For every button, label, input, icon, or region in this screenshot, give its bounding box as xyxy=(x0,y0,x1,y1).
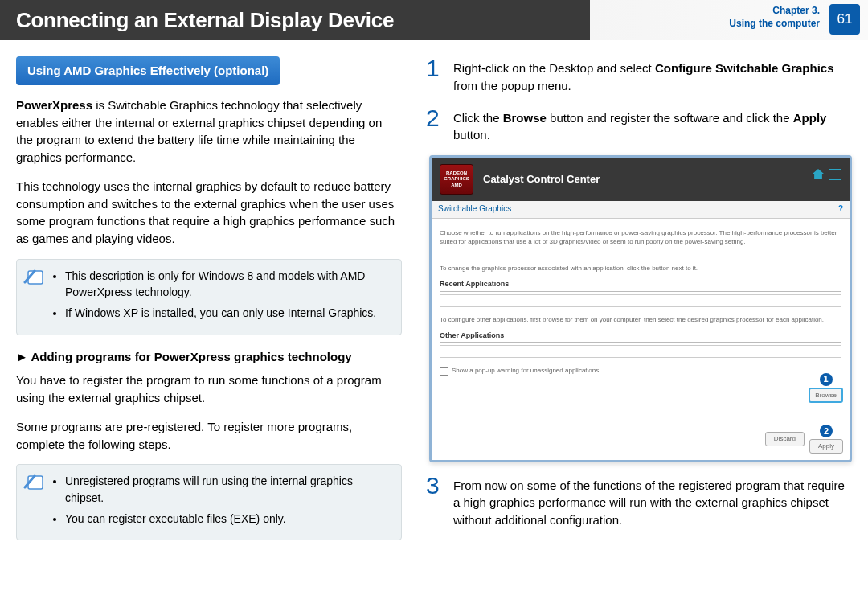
paragraph-1: PowerXpress is Switchable Graphics techn… xyxy=(16,97,402,166)
note2-item1: Unregistered programs will run using the… xyxy=(65,473,391,506)
ccc-desc-2: To change the graphics processor associa… xyxy=(440,264,841,273)
paragraph-3: You have to register the program to run … xyxy=(16,372,402,407)
amd-radeon-logo: RADEON GRAPHICS AMD xyxy=(440,164,473,195)
step-3: 3 From now on some of the functions of t… xyxy=(426,474,852,529)
chapter-line1: Chapter 3. xyxy=(729,5,820,18)
callout-1: 1 xyxy=(820,373,833,386)
step-number-2: 2 xyxy=(426,106,444,145)
paragraph-2: This technology uses the internal graphi… xyxy=(16,178,402,248)
paragraph-4: Some programs are pre-registered. To reg… xyxy=(16,418,402,454)
step-2-text: Click the Browse button and register the… xyxy=(453,106,852,145)
ccc-desc-1: Choose whether to run applications on th… xyxy=(440,228,841,246)
other-apps-list[interactable] xyxy=(440,345,841,358)
step-3-text: From now on some of the functions of the… xyxy=(453,474,852,529)
tab-switchable-graphics[interactable]: Switchable Graphics xyxy=(438,203,511,216)
browse-button[interactable]: Browse xyxy=(809,388,843,403)
apply-button[interactable]: Apply xyxy=(809,439,843,453)
popup-warning-checkbox[interactable] xyxy=(440,367,448,376)
other-apps-label: Other Applications xyxy=(440,331,841,343)
step-1: 1 Right-click on the Desktop and select … xyxy=(426,56,852,95)
grid-icon[interactable] xyxy=(829,169,841,180)
step-1-text: Right-click on the Desktop and select Co… xyxy=(453,56,852,95)
ccc-header: RADEON GRAPHICS AMD Catalyst Control Cen… xyxy=(432,158,850,201)
page-header: Connecting an External Display Device Ch… xyxy=(0,0,868,40)
discard-button[interactable]: Discard xyxy=(765,432,805,446)
note-box-1: This description is only for Windows 8 a… xyxy=(16,259,402,335)
page-number: 61 xyxy=(829,4,860,35)
note2-item2: You can register executable files (EXE) … xyxy=(65,511,391,527)
powerxpress-term: PowerXpress xyxy=(16,98,92,112)
help-icon[interactable]: ? xyxy=(838,203,843,216)
note-icon xyxy=(23,266,46,287)
ccc-footer: Discard 2 Apply xyxy=(765,425,843,453)
catalyst-screenshot: RADEON GRAPHICS AMD Catalyst Control Cen… xyxy=(429,155,852,462)
step-number-3: 3 xyxy=(426,474,444,529)
home-icon[interactable] xyxy=(813,169,824,179)
sub-heading: ► Adding programs for PowerXpress graphi… xyxy=(16,348,402,366)
browse-callout-group: 1 Browse xyxy=(809,373,843,403)
note1-item1: This description is only for Windows 8 a… xyxy=(65,268,391,301)
step-number-1: 1 xyxy=(426,56,444,95)
left-column: Using AMD Graphics Effectively (optional… xyxy=(16,56,402,550)
ccc-window-title: Catalyst Control Center xyxy=(483,172,600,187)
step-2: 2 Click the Browse button and register t… xyxy=(426,106,852,145)
note1-item2: If Windows XP is installed, you can only… xyxy=(65,305,391,321)
page-title: Connecting an External Display Device xyxy=(16,8,394,33)
note-box-2: Unregistered programs will run using the… xyxy=(16,464,402,540)
popup-warning-checkbox-row: Show a pop-up warning for unassigned app… xyxy=(440,366,841,375)
apply-callout-group: 2 Apply xyxy=(809,425,843,453)
recent-apps-label: Recent Applications xyxy=(440,279,841,292)
ccc-body: Choose whether to run applications on th… xyxy=(432,219,850,460)
popup-warning-label: Show a pop-up warning for unassigned app… xyxy=(452,366,599,375)
callout-2: 2 xyxy=(820,425,833,437)
note-icon xyxy=(23,471,46,492)
section-heading: Using AMD Graphics Effectively (optional… xyxy=(16,56,280,85)
recent-apps-list[interactable] xyxy=(440,294,841,307)
ccc-desc-3: To configure other applications, first b… xyxy=(440,315,841,324)
chapter-label: Chapter 3. Using the computer xyxy=(729,5,820,30)
right-column: 1 Right-click on the Desktop and select … xyxy=(426,56,852,550)
chapter-line2: Using the computer xyxy=(729,18,820,31)
ccc-tab-bar: Switchable Graphics ? xyxy=(432,201,850,219)
